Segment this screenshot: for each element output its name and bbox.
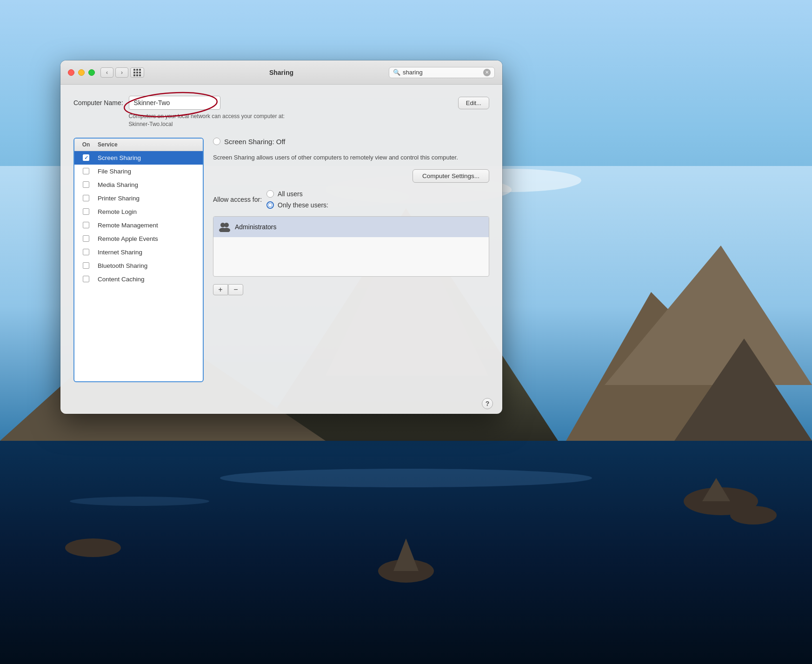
remote-apple-events-checkbox[interactable] [83, 235, 89, 242]
all-users-label: All users [278, 190, 303, 198]
edit-button[interactable]: Edit... [458, 97, 489, 109]
allow-access-section: Allow access for: All users Only these u… [213, 190, 489, 209]
grid-icon [133, 69, 141, 76]
header-on: On [74, 141, 98, 148]
only-these-users-label: Only these users: [278, 201, 328, 209]
checkbox-area [74, 208, 98, 215]
checkbox-area: ✓ [74, 154, 98, 161]
administrators-label: Administrators [235, 223, 276, 231]
service-item-remote-apple-events[interactable]: Remote Apple Events [74, 232, 203, 246]
forward-button[interactable]: › [115, 67, 128, 78]
add-user-button[interactable]: + [213, 284, 228, 295]
svg-point-13 [70, 497, 209, 506]
service-item-media-sharing[interactable]: Media Sharing [74, 178, 203, 192]
window-title: Sharing [269, 69, 293, 76]
content-caching-checkbox[interactable] [83, 276, 89, 282]
services-panel: On Service ✓ Screen Sharing [73, 138, 204, 382]
close-button[interactable] [68, 69, 74, 76]
remote-login-label: Remote Login [98, 208, 137, 215]
checkbox-area [74, 168, 98, 174]
internet-sharing-checkbox[interactable] [83, 249, 89, 255]
status-radio-indicator [213, 138, 220, 145]
internet-sharing-label: Internet Sharing [98, 249, 142, 256]
remote-management-checkbox[interactable] [83, 222, 89, 228]
checkbox-area [74, 181, 98, 188]
screen-sharing-description: Screen Sharing allows users of other com… [213, 153, 489, 162]
service-item-internet-sharing[interactable]: Internet Sharing [74, 246, 203, 259]
service-item-remote-management[interactable]: Remote Management [74, 219, 203, 232]
service-item-printer-sharing[interactable]: Printer Sharing [74, 192, 203, 205]
traffic-lights [68, 69, 95, 76]
bluetooth-sharing-label: Bluetooth Sharing [98, 262, 147, 269]
services-list: ✓ Screen Sharing File Sharing [74, 151, 203, 381]
svg-point-12 [220, 469, 592, 487]
printer-sharing-label: Printer Sharing [98, 195, 140, 202]
users-list-box: Administrators [213, 216, 489, 277]
services-header: On Service [74, 139, 203, 151]
screen-sharing-label: Screen Sharing [98, 154, 141, 161]
remote-login-checkbox[interactable] [83, 208, 89, 215]
search-bar[interactable]: 🔍 ✕ [389, 67, 495, 78]
checkbox-area [74, 276, 98, 282]
help-button[interactable]: ? [482, 398, 493, 409]
checkbox-area [74, 249, 98, 255]
search-clear-button[interactable]: ✕ [483, 69, 491, 76]
computer-name-subtext: Computers on your local network can acce… [129, 113, 489, 128]
bottom-bar: ? [60, 393, 502, 414]
service-item-file-sharing[interactable]: File Sharing [74, 165, 203, 178]
service-item-remote-login[interactable]: Remote Login [74, 205, 203, 219]
only-these-users-radio[interactable] [266, 201, 274, 209]
checkbox-area [74, 222, 98, 228]
user-row-administrators[interactable]: Administrators [213, 217, 489, 237]
allow-access-label: Allow access for: [213, 196, 262, 203]
search-icon: 🔍 [393, 69, 400, 76]
screen-sharing-status: Screen Sharing: Off [213, 138, 489, 146]
grid-view-button[interactable] [130, 67, 144, 78]
header-service: Service [98, 141, 203, 148]
media-sharing-checkbox[interactable] [83, 181, 89, 188]
remove-user-button[interactable]: − [228, 284, 243, 295]
group-icon [218, 220, 231, 233]
computer-name-label: Computer Name: [73, 96, 123, 106]
computer-name-right: Edit... Computers on your local network … [129, 96, 489, 128]
checkbox-area [74, 235, 98, 242]
checkbox-area [74, 262, 98, 269]
printer-sharing-checkbox[interactable] [83, 195, 89, 201]
computer-name-input-row: Edit... [129, 96, 489, 110]
computer-name-section: Computer Name: Edit... Computers on your… [73, 96, 489, 128]
file-sharing-label: File Sharing [98, 168, 131, 175]
title-bar: ‹ › Sharing 🔍 ✕ [60, 60, 502, 85]
svg-point-22 [224, 223, 229, 227]
service-item-bluetooth-sharing[interactable]: Bluetooth Sharing [74, 259, 203, 272]
bluetooth-sharing-checkbox[interactable] [83, 262, 89, 269]
screen-sharing-checkbox[interactable]: ✓ [83, 154, 89, 161]
allow-access-row: Allow access for: All users Only these u… [213, 190, 489, 209]
access-radio-group: All users Only these users: [266, 190, 328, 209]
computer-name-input[interactable] [129, 96, 220, 110]
computer-settings-button[interactable]: Computer Settings... [413, 169, 489, 183]
media-sharing-label: Media Sharing [98, 181, 138, 188]
only-these-users-option[interactable]: Only these users: [266, 201, 328, 209]
remote-apple-events-label: Remote Apple Events [98, 235, 158, 242]
main-panel: On Service ✓ Screen Sharing [73, 138, 489, 382]
content-area: Computer Name: Edit... Computers on your… [60, 85, 502, 393]
all-users-radio[interactable] [266, 190, 274, 198]
svg-point-19 [65, 538, 121, 557]
status-label: Screen Sharing: Off [224, 138, 285, 146]
maximize-button[interactable] [88, 69, 95, 76]
search-input[interactable] [403, 69, 481, 76]
minimize-button[interactable] [78, 69, 85, 76]
service-item-content-caching[interactable]: Content Caching [74, 272, 203, 286]
right-panel: Screen Sharing: Off Screen Sharing allow… [213, 138, 489, 382]
remote-management-label: Remote Management [98, 222, 158, 229]
file-sharing-checkbox[interactable] [83, 168, 89, 174]
service-item-screen-sharing[interactable]: ✓ Screen Sharing [74, 151, 203, 165]
sharing-window: ‹ › Sharing 🔍 ✕ Computer Name: [60, 60, 502, 414]
checkbox-area [74, 195, 98, 201]
svg-point-18 [730, 506, 777, 525]
list-controls: + − [213, 284, 489, 295]
content-caching-label: Content Caching [98, 276, 145, 283]
nav-buttons: ‹ › [100, 67, 128, 78]
all-users-option[interactable]: All users [266, 190, 328, 198]
back-button[interactable]: ‹ [100, 67, 113, 78]
